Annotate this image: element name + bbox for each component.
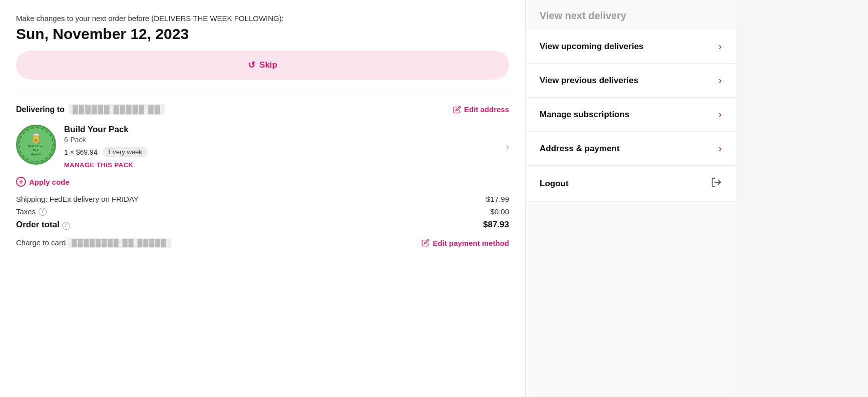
order-date: Sun, November 12, 2023	[16, 26, 509, 43]
order-total-row: Order total i $87.93	[16, 220, 509, 230]
taxes-row: Taxes i $0.00	[16, 207, 509, 216]
main-content: Make changes to your next order before (…	[0, 0, 526, 397]
total-info-icon[interactable]: i	[62, 222, 70, 230]
taxes-amount: $0.00	[490, 207, 509, 216]
pack-icon: 🥫	[31, 133, 42, 144]
product-image: 🥫 Build YourOwn6-pack	[16, 125, 56, 165]
product-name: Build Your Pack	[64, 125, 509, 135]
skip-button[interactable]: ↺ Skip	[16, 51, 509, 80]
sidebar-item-address-payment[interactable]: Address & payment ›	[526, 132, 736, 166]
edit-payment-link[interactable]: Edit payment method	[421, 239, 509, 247]
delivering-row: Delivering to ██████ █████ ██ Edit addre…	[16, 104, 509, 115]
charge-row: Charge to card ████████ ██ █████ Edit pa…	[16, 238, 509, 248]
manage-pack-link[interactable]: MANAGE THIS PACK	[64, 161, 509, 169]
sidebar-item-previous[interactable]: View previous deliveries ›	[526, 64, 736, 98]
frequency-badge: Every week	[103, 147, 148, 157]
sidebar-item-upcoming-label: View upcoming deliveries	[540, 42, 644, 52]
sidebar-chevron-previous: ›	[718, 75, 722, 86]
sidebar-item-upcoming[interactable]: View upcoming deliveries ›	[526, 30, 736, 64]
divider-1	[16, 92, 509, 92]
sidebar-header: View next delivery	[526, 0, 736, 30]
charge-card-blurred: ████████ ██ █████	[68, 238, 171, 248]
sidebar-item-logout[interactable]: Logout	[526, 166, 736, 202]
charge-label: Charge to card ████████ ██ █████	[16, 238, 171, 248]
shipping-amount: $17.99	[486, 195, 509, 203]
product-price: 1 × $69.94	[64, 148, 98, 156]
sidebar: View next delivery View upcoming deliver…	[526, 0, 736, 397]
product-row: 🥫 Build YourOwn6-pack Build Your Pack 6-…	[16, 125, 509, 169]
order-header: Make changes to your next order before (…	[16, 14, 509, 80]
product-info: Build Your Pack 6-Pack 1 × $69.94 Every …	[64, 125, 509, 169]
apply-code-button[interactable]: + Apply code	[16, 177, 509, 187]
product-meta: 1 × $69.94 Every week	[64, 147, 509, 157]
skip-icon: ↺	[248, 60, 255, 71]
product-badge-inner: 🥫 Build YourOwn6-pack	[19, 127, 54, 162]
product-variant: 6-Pack	[64, 136, 509, 144]
sidebar-item-previous-label: View previous deliveries	[540, 76, 638, 86]
sidebar-item-logout-label: Logout	[540, 179, 569, 189]
plus-circle-icon: +	[16, 177, 26, 187]
taxes-info-icon[interactable]: i	[39, 208, 47, 216]
edit-payment-icon	[421, 239, 429, 247]
order-total-label: Order total i	[16, 220, 70, 230]
product-chevron-icon[interactable]: ›	[506, 142, 509, 152]
sidebar-item-subscriptions[interactable]: Manage subscriptions ›	[526, 98, 736, 132]
delivering-label: Delivering to ██████ █████ ██	[16, 104, 165, 115]
logout-icon	[711, 177, 722, 190]
sidebar-item-address-payment-label: Address & payment	[540, 144, 620, 154]
order-subtitle: Make changes to your next order before (…	[16, 14, 509, 23]
sidebar-chevron-upcoming: ›	[718, 41, 722, 52]
sidebar-item-subscriptions-label: Manage subscriptions	[540, 110, 629, 120]
sidebar-chevron-address-payment: ›	[718, 143, 722, 154]
shipping-row: Shipping: FedEx delivery on FRIDAY $17.9…	[16, 195, 509, 203]
product-badge: 🥫 Build YourOwn6-pack	[16, 125, 56, 165]
delivering-address: ██████ █████ ██	[69, 104, 165, 115]
edit-icon	[453, 106, 461, 114]
taxes-label: Taxes i	[16, 207, 47, 216]
order-total-amount: $87.93	[483, 220, 509, 230]
edit-address-link[interactable]: Edit address	[453, 105, 509, 114]
shipping-label: Shipping: FedEx delivery on FRIDAY	[16, 195, 139, 203]
sidebar-chevron-subscriptions: ›	[718, 109, 722, 120]
